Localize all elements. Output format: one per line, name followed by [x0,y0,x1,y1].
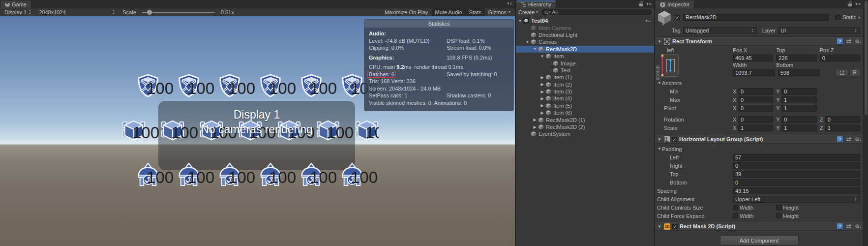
panel-menu-icon[interactable]: ▾≡ [855,1,861,6]
scale-z-field[interactable]: 1 [825,124,860,131]
anchor-min-x-field[interactable]: 0 [738,88,773,95]
scene-menu-icon[interactable]: ▾≡ [645,18,651,23]
cfe-height-checkbox[interactable] [776,213,781,218]
gameobject-icon[interactable]: ▾ [657,10,672,25]
anchor-min-y-field[interactable]: 0 [781,88,816,95]
scale-x-field[interactable]: 1 [738,124,773,131]
foldout-arrow[interactable]: ▶ [539,75,545,80]
padding-foldout[interactable]: ▼Padding [655,146,733,152]
child-alignment-dropdown[interactable]: Upper Left [733,196,860,203]
scrollbar-thumb[interactable] [865,1,868,115]
posz-field[interactable]: 0 [820,55,860,62]
raw-edit-mode-button[interactable]: R [849,69,860,76]
hierarchy-item-rectmask2d-1[interactable]: ▶RectMask2D (1) [516,116,654,123]
padding-bottom-field[interactable]: 0 [733,179,860,186]
hierarchy-item-rectmask2d-2[interactable]: ▶RectMask2D (2) [516,123,654,130]
presets-icon[interactable] [846,136,852,142]
hierarchy-item-main-camera[interactable]: Main Camera [516,24,654,31]
scale-slider[interactable] [142,12,215,13]
foldout-arrow[interactable]: ▼ [524,40,531,44]
display-dropdown[interactable]: Display 1 [1,8,35,16]
foldout-arrow[interactable]: ▼ [657,137,662,142]
bottom-field[interactable]: 598 [778,69,820,76]
foldout-arrow[interactable]: ▶ [539,96,545,101]
add-component-button[interactable]: Add Component [720,236,799,246]
foldout-arrow[interactable]: ▶ [532,118,538,122]
maximize-on-play-button[interactable]: Maximize On Play [381,8,432,16]
foldout-arrow[interactable]: ▼ [657,39,662,44]
posx-field[interactable]: 469.45 [733,55,773,62]
hierarchy-item-rectmask2d[interactable]: ▼RectMask2D [516,46,654,53]
pivot-x-field[interactable]: 0 [738,105,773,112]
hierarchy-item-item-3[interactable]: ▶Item (3) [516,88,654,95]
foldout-arrow[interactable]: ▼ [657,224,662,229]
hierarchy-item-item[interactable]: ▼Item [516,53,654,60]
hierarchy-item-image[interactable]: Image [516,60,654,66]
scale-y-field[interactable]: 1 [781,124,816,131]
anchor-max-x-field[interactable]: 0 [738,96,773,103]
spacing-field[interactable]: 43.15 [733,187,860,194]
foldout-arrow[interactable]: ▶ [539,82,545,87]
top-field[interactable]: 226 [776,55,816,62]
rect-mask-2d-header[interactable]: ▼ 2D Rect Mask 2D (Script) ? ⚙▾ [655,222,863,231]
width-field[interactable]: 1093.7 [733,69,775,76]
foldout-arrow[interactable]: ▶ [532,125,538,129]
lock-icon[interactable] [639,3,643,6]
name-field[interactable]: RectMask2D [683,14,829,21]
rotation-y-field[interactable]: 0 [781,116,816,123]
inspector-scrollbar[interactable] [863,0,868,246]
foldout-arrow[interactable]: ▼ [532,47,538,51]
help-icon[interactable]: ? [837,136,843,142]
stats-button[interactable]: Stats [466,8,485,16]
tab-game[interactable]: Game [0,0,31,8]
foldout-arrow[interactable]: ▶ [539,111,545,115]
panel-menu-icon[interactable]: ▾≡ [646,1,652,6]
rotation-z-field[interactable]: 0 [825,116,860,123]
foldout-arrow[interactable]: ▼ [539,54,545,59]
panel-menu-icon[interactable]: ▾≡ [507,1,513,6]
ccs-height-checkbox[interactable] [776,205,781,210]
scale-slider-knob[interactable] [147,10,152,15]
rm2d-enabled-checkbox[interactable] [672,224,678,229]
rect-transform-header[interactable]: ▼ Rect Transform ? ⚙▾ [655,37,863,46]
hierarchy-item-directional-light[interactable]: Directional Light [516,31,654,38]
help-icon[interactable]: ? [837,223,843,229]
mute-audio-button[interactable]: Mute Audio [432,8,466,16]
anchor-preset-widget[interactable] [661,54,679,77]
layer-dropdown[interactable]: UI [778,27,860,34]
cfe-width-checkbox[interactable] [733,213,738,218]
tab-inspector[interactable]: i Inspector [656,0,694,8]
presets-icon[interactable] [846,223,852,229]
lock-icon[interactable] [848,3,852,6]
tab-hierarchy[interactable]: Hierarchy [516,0,556,8]
create-button[interactable]: Create▾ [518,9,538,15]
search-input[interactable]: ▾ All [541,9,652,15]
gizmos-dropdown[interactable]: Gizmos▾ [485,8,514,16]
hierarchy-item-eventsystem[interactable]: EventSystem [516,130,654,137]
padding-top-field[interactable]: 39 [733,171,860,178]
resolution-dropdown[interactable]: 2048x1024 [35,8,119,16]
foldout-arrow[interactable]: ▶ [539,90,545,94]
foldout-arrow[interactable]: ▼ [517,19,523,23]
static-dropdown-arrow[interactable]: ▾ [858,15,860,20]
hierarchy-item-test04[interactable]: ▼Test04▾≡ [516,17,654,24]
anchor-max-y-field[interactable]: 1 [781,96,816,103]
hlg-header[interactable]: ▼ Horizontal Layout Group (Script) ? ⚙▾ [655,135,863,144]
anchors-foldout[interactable]: ▼Anchors [655,80,733,86]
hierarchy-item-item-1[interactable]: ▶Item (1) [516,74,654,81]
ccs-width-checkbox[interactable] [733,205,738,210]
hierarchy-item-item-2[interactable]: ▶Item (2) [516,81,654,88]
hierarchy-item-item-4[interactable]: ▶Item (4) [516,95,654,102]
pivot-y-field[interactable]: 1 [781,105,816,112]
foldout-arrow[interactable]: ▶ [539,103,545,108]
active-checkbox[interactable] [675,15,680,20]
static-checkbox[interactable] [835,15,840,20]
hierarchy-item-canvas[interactable]: ▼Canvas [516,38,654,45]
hlg-enabled-checkbox[interactable] [672,137,677,142]
gear-icon[interactable]: ⚙▾ [855,224,861,229]
hierarchy-item-item-6[interactable]: ▶Item (6) [516,109,654,116]
presets-icon[interactable] [846,38,852,44]
padding-right-field[interactable]: 0 [733,162,860,169]
hierarchy-item-item-5[interactable]: ▶Item (5) [516,102,654,109]
hierarchy-item-text[interactable]: Text [516,67,654,74]
